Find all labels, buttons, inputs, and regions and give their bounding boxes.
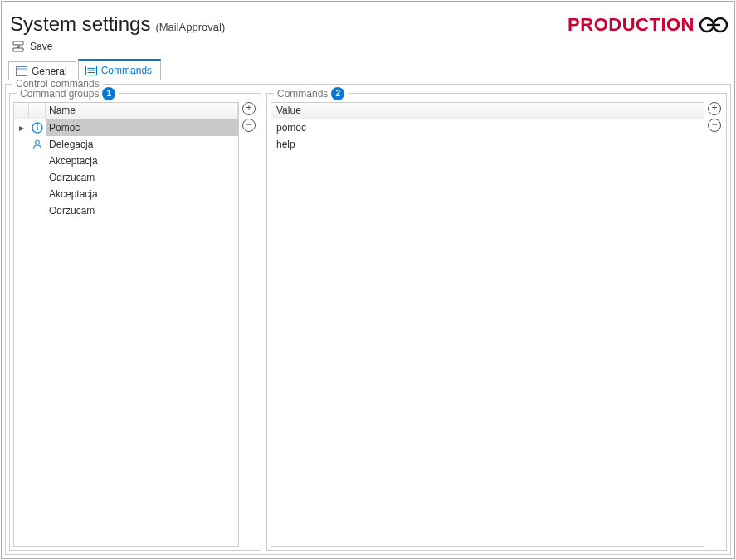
commands-grid-header[interactable]: Value xyxy=(271,103,704,119)
groups-grid[interactable]: Name ▸PomocDelegacjaAkceptacjaOdrzucamAk… xyxy=(13,102,239,547)
table-row[interactable]: ▸Pomoc xyxy=(14,119,238,136)
row-name: Akceptacja xyxy=(49,155,98,167)
page-frame: System settings (MailApproval) PRODUCTIO… xyxy=(1,1,735,559)
row-value: pomoc xyxy=(276,122,306,134)
minus-icon: − xyxy=(711,119,717,129)
commands-grid[interactable]: Value pomochelp xyxy=(271,102,704,547)
header-name-col[interactable]: Name xyxy=(46,103,238,119)
inner-row: Command groups 1 Name ▸PomocDelegacjaAkc… xyxy=(9,93,727,551)
row-name: Odrzucam xyxy=(49,172,95,183)
remove-command-button[interactable]: − xyxy=(708,119,721,132)
tabs: General Commands xyxy=(2,59,734,80)
table-row[interactable]: help xyxy=(271,136,704,153)
header: System settings (MailApproval) PRODUCTIO… xyxy=(2,2,734,36)
row-value: help xyxy=(276,139,295,150)
header-left: System settings (MailApproval) xyxy=(10,12,225,36)
row-name-cell: Delegacja xyxy=(46,136,238,153)
table-row[interactable]: pomoc xyxy=(271,119,704,136)
badge-1: 1 xyxy=(102,87,115,100)
badge-2: 2 xyxy=(331,87,344,100)
row-name: Odrzucam xyxy=(49,205,95,217)
row-name: Akceptacja xyxy=(49,188,98,200)
list-icon xyxy=(85,66,97,75)
table-row[interactable]: Akceptacja xyxy=(14,153,238,169)
header-indicator-col xyxy=(14,103,29,119)
groups-grid-header: Name xyxy=(14,103,238,119)
row-name: Pomoc xyxy=(49,122,80,134)
command-groups-panel: Command groups 1 Name ▸PomocDelegacjaAkc… xyxy=(9,93,261,551)
form-icon xyxy=(16,66,27,76)
minus-icon: − xyxy=(246,119,251,129)
add-command-button[interactable]: + xyxy=(708,102,721,115)
row-name-cell: Odrzucam xyxy=(46,169,238,186)
plus-icon: + xyxy=(246,103,251,113)
svg-point-13 xyxy=(36,140,40,144)
groups-side-buttons: + − xyxy=(241,102,257,547)
row-name-cell: Pomoc xyxy=(46,119,238,136)
header-value-col: Value xyxy=(276,105,301,116)
tab-commands[interactable]: Commands xyxy=(78,59,161,80)
table-row[interactable]: Delegacja xyxy=(14,136,238,153)
environment-label: PRODUCTION xyxy=(568,14,695,36)
header-right: PRODUCTION xyxy=(568,14,728,36)
commands-panel: Commands 2 Value pomochelp + − xyxy=(266,93,727,551)
row-name-cell: Akceptacja xyxy=(46,186,238,202)
groups-grid-body: ▸PomocDelegacjaAkceptacjaOdrzucamAkcepta… xyxy=(14,119,238,546)
svg-rect-4 xyxy=(17,66,27,75)
control-commands-panel: Control commands Command groups 1 Name xyxy=(5,84,731,555)
plus-icon: + xyxy=(711,103,717,113)
tab-commands-label: Commands xyxy=(101,65,152,76)
commands-label: Commands 2 xyxy=(274,87,348,100)
command-groups-label: Command groups 1 xyxy=(17,87,119,100)
row-name-cell: Odrzucam xyxy=(46,202,238,219)
remove-group-button[interactable]: − xyxy=(242,119,256,132)
toolbar: Save xyxy=(2,36,734,59)
svg-rect-3 xyxy=(13,41,23,45)
save-button[interactable]: Save xyxy=(30,41,52,52)
table-row[interactable]: Akceptacja xyxy=(14,186,238,202)
save-icon[interactable] xyxy=(12,41,25,52)
add-group-button[interactable]: + xyxy=(242,102,256,115)
person-icon xyxy=(29,139,46,150)
page-subtitle: (MailApproval) xyxy=(155,21,225,33)
logo-icon xyxy=(699,16,728,34)
commands-side-buttons: + − xyxy=(706,102,723,547)
table-row[interactable]: Odrzucam xyxy=(14,169,238,186)
commands-grid-body: pomochelp xyxy=(271,119,704,546)
tab-general-label: General xyxy=(32,66,67,77)
row-name: Delegacja xyxy=(49,139,93,150)
row-indicator-icon: ▸ xyxy=(14,122,29,134)
row-name-cell: Akceptacja xyxy=(46,153,238,169)
svg-point-12 xyxy=(37,124,38,126)
header-icon-col xyxy=(29,103,46,119)
table-row[interactable]: Odrzucam xyxy=(14,202,238,219)
info-icon xyxy=(29,122,46,134)
page-title: System settings xyxy=(10,12,150,36)
